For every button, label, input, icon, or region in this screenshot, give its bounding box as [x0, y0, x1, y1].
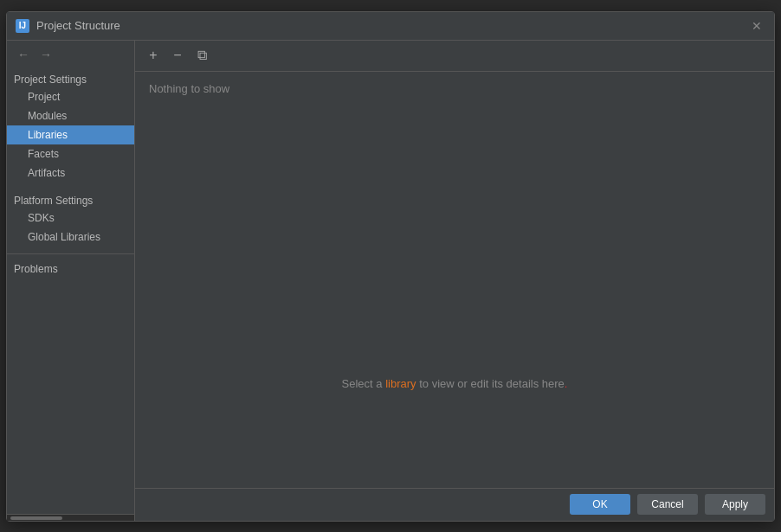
- app-icon: IJ: [16, 19, 29, 33]
- back-button[interactable]: ←: [14, 46, 33, 63]
- copy-button[interactable]: ⧉: [192, 46, 211, 65]
- main-panel: + − ⧉ Nothing to show Select a library t…: [135, 41, 774, 521]
- sidebar: ← → Project Settings Project Modules Lib…: [7, 41, 135, 521]
- cancel-button[interactable]: Cancel: [637, 494, 698, 515]
- sidebar-item-project[interactable]: Project: [7, 87, 134, 106]
- library-list-area: Nothing to show: [135, 72, 774, 280]
- platform-settings-header: Platform Settings: [7, 189, 134, 208]
- sidebar-divider: [7, 183, 134, 189]
- bottom-bar: OK Cancel Apply: [135, 488, 774, 521]
- close-button[interactable]: ✕: [748, 17, 765, 35]
- sidebar-item-sdks[interactable]: SDKs: [7, 208, 134, 228]
- sidebar-item-facets[interactable]: Facets: [7, 144, 134, 163]
- project-settings-header: Project Settings: [7, 68, 134, 87]
- sidebar-item-global-libraries[interactable]: Global Libraries: [7, 228, 134, 247]
- hint-dot: .: [565, 377, 568, 390]
- sidebar-item-libraries[interactable]: Libraries: [7, 125, 134, 144]
- add-button[interactable]: +: [144, 46, 163, 65]
- main-content: Nothing to show Select a library to view…: [135, 72, 774, 488]
- horizontal-scrollbar[interactable]: [7, 514, 134, 521]
- sidebar-nav: Project Settings Project Modules Librari…: [7, 68, 134, 514]
- sidebar-item-artifacts[interactable]: Artifacts: [7, 163, 134, 183]
- remove-button[interactable]: −: [168, 46, 187, 65]
- forward-button[interactable]: →: [36, 46, 55, 63]
- title-bar-left: IJ Project Structure: [16, 19, 120, 33]
- main-toolbar: + − ⧉: [135, 41, 774, 72]
- title-bar: IJ Project Structure ✕: [7, 12, 774, 41]
- select-hint: Select a library to view or edit its det…: [342, 377, 568, 390]
- scrollbar-thumb: [10, 516, 62, 520]
- ok-button[interactable]: OK: [570, 494, 630, 515]
- hint-keyword: library: [385, 377, 416, 390]
- project-structure-window: IJ Project Structure ✕ ← → Project Setti…: [6, 11, 775, 522]
- sidebar-item-problems[interactable]: Problems: [7, 258, 134, 280]
- nothing-to-show-label: Nothing to show: [135, 72, 774, 106]
- nav-controls: ← →: [7, 41, 134, 68]
- detail-area: Select a library to view or edit its det…: [135, 279, 774, 488]
- sidebar-bottom: Problems: [7, 253, 134, 284]
- window-title: Project Structure: [36, 19, 120, 32]
- sidebar-item-modules[interactable]: Modules: [7, 106, 134, 125]
- content-area: ← → Project Settings Project Modules Lib…: [7, 41, 774, 521]
- apply-button[interactable]: Apply: [705, 494, 765, 515]
- sidebar-divider-2: [7, 247, 134, 253]
